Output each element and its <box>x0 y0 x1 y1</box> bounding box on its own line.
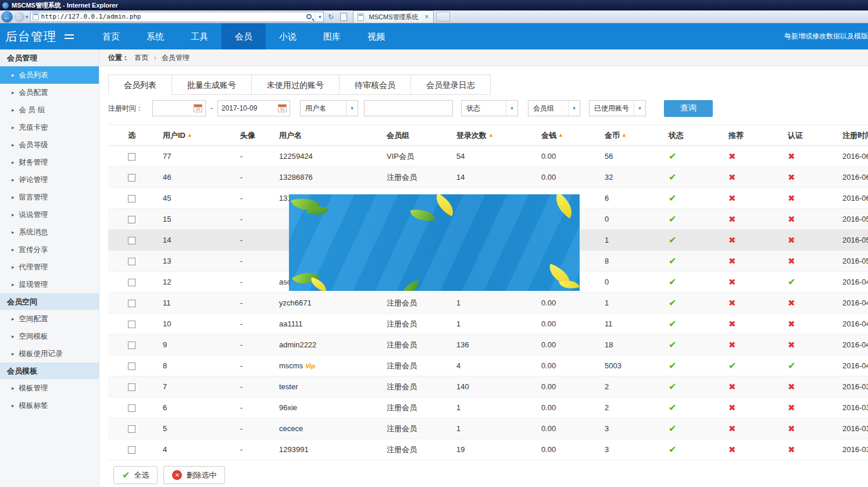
row-checkbox[interactable] <box>128 362 135 370</box>
sidebar-item-空间配置[interactable]: ▸空间配置 <box>0 310 99 328</box>
date-from-input[interactable]: 31 <box>152 100 206 116</box>
tab-待审核会员[interactable]: 待审核会员 <box>339 74 411 95</box>
green-check-icon[interactable]: ✔ <box>669 403 676 413</box>
sidebar-item-评论管理[interactable]: ▸评论管理 <box>0 171 99 189</box>
green-check-icon[interactable]: ✔ <box>669 340 676 350</box>
row-checkbox[interactable] <box>128 321 135 328</box>
red-cross-icon[interactable]: ✖ <box>788 319 795 329</box>
row-checkbox[interactable] <box>128 279 135 286</box>
red-cross-icon[interactable]: ✖ <box>728 403 736 413</box>
red-cross-icon[interactable]: ✖ <box>788 424 795 433</box>
field-select[interactable]: 用户名 ▾ <box>300 100 358 116</box>
green-check-icon[interactable]: ✔ <box>728 361 736 371</box>
sidebar-item-代理管理[interactable]: ▸代理管理 <box>0 258 99 276</box>
red-cross-icon[interactable]: ✖ <box>788 382 795 392</box>
row-checkbox[interactable] <box>128 446 135 454</box>
red-cross-icon[interactable]: ✖ <box>788 214 795 224</box>
sidebar-item-模板使用记录[interactable]: ▸模板使用记录 <box>0 345 99 362</box>
green-check-icon[interactable]: ✔ <box>669 214 676 224</box>
keyword-input[interactable] <box>364 100 453 116</box>
calendar-icon[interactable]: 31 <box>194 104 202 112</box>
group-select[interactable]: 会员组 ▾ <box>528 100 580 116</box>
sidebar-item-宣传分享[interactable]: ▸宣传分享 <box>0 241 99 258</box>
green-check-icon[interactable]: ✔ <box>788 277 795 287</box>
nav-item-视频[interactable]: 视频 <box>354 23 398 49</box>
column-header[interactable]: 金钱▲ <box>533 125 596 146</box>
green-check-icon[interactable]: ✔ <box>669 172 676 182</box>
red-cross-icon[interactable]: ✖ <box>728 382 736 392</box>
green-check-icon[interactable]: ✔ <box>669 424 676 433</box>
green-check-icon[interactable]: ✔ <box>669 382 676 392</box>
address-dropdown-icon[interactable]: ▾ <box>315 14 322 20</box>
tab-会员登录日志[interactable]: 会员登录日志 <box>410 74 491 95</box>
sort-asc-icon[interactable]: ▲ <box>488 132 494 138</box>
nav-item-首页[interactable]: 首页 <box>89 23 133 49</box>
new-tab-button[interactable] <box>436 12 450 22</box>
delete-selected-button[interactable]: ✕ 删除选中 <box>163 466 225 484</box>
row-checkbox[interactable] <box>128 258 135 265</box>
back-button[interactable]: ← <box>1 11 13 23</box>
red-cross-icon[interactable]: ✖ <box>788 172 795 182</box>
sidebar-item-留言管理[interactable]: ▸留言管理 <box>0 189 99 206</box>
sidebar-item-会 员 组[interactable]: ▸会 员 组 <box>0 101 99 119</box>
row-checkbox[interactable] <box>128 342 135 349</box>
green-check-icon[interactable]: ✔ <box>669 277 676 287</box>
status-select[interactable]: 状态 ▾ <box>461 100 518 116</box>
nav-item-会员[interactable]: 会员 <box>222 23 266 49</box>
green-check-icon[interactable]: ✔ <box>669 298 676 308</box>
red-cross-icon[interactable]: ✖ <box>728 298 736 308</box>
history-dropdown-icon[interactable]: ▾ <box>26 14 28 20</box>
select-all-button[interactable]: ✔ 全选 <box>113 466 158 484</box>
row-checkbox[interactable] <box>128 174 135 182</box>
menu-toggle-icon[interactable] <box>65 34 74 39</box>
forward-button[interactable]: → <box>14 12 24 22</box>
red-cross-icon[interactable]: ✖ <box>788 193 795 203</box>
red-cross-icon[interactable]: ✖ <box>728 172 736 182</box>
sidebar-item-会员列表[interactable]: ▸会员列表 <box>0 66 99 84</box>
nav-item-工具[interactable]: 工具 <box>177 23 222 49</box>
green-check-icon[interactable]: ✔ <box>669 319 676 329</box>
breadcrumb-home-link[interactable]: 首页 <box>134 54 148 62</box>
address-bar[interactable]: http://127.0.0.1/admin.php ▾ <box>30 12 324 22</box>
red-cross-icon[interactable]: ✖ <box>728 340 736 350</box>
red-cross-icon[interactable]: ✖ <box>788 403 795 413</box>
sidebar-item-会员配置[interactable]: ▸会员配置 <box>0 84 99 101</box>
column-header[interactable]: 用户ID▲ <box>155 125 232 146</box>
red-cross-icon[interactable]: ✖ <box>788 235 795 245</box>
red-cross-icon[interactable]: ✖ <box>728 193 736 203</box>
sidebar-item-说说管理[interactable]: ▸说说管理 <box>0 206 99 223</box>
sidebar-item-模板标签[interactable]: ▸模板标签 <box>0 397 99 414</box>
row-checkbox[interactable] <box>128 425 135 433</box>
column-header[interactable]: 金币▲ <box>596 125 660 146</box>
red-cross-icon[interactable]: ✖ <box>788 340 795 350</box>
column-header[interactable]: 登录次数▲ <box>448 125 533 146</box>
red-cross-icon[interactable]: ✖ <box>728 235 736 245</box>
row-checkbox[interactable] <box>128 153 135 161</box>
refresh-button[interactable]: ↻ <box>326 11 337 22</box>
row-checkbox[interactable] <box>128 216 135 223</box>
row-checkbox[interactable] <box>128 383 135 391</box>
red-cross-icon[interactable]: ✖ <box>728 256 736 266</box>
sidebar-item-系统消息[interactable]: ▸系统消息 <box>0 223 99 241</box>
sort-asc-icon[interactable]: ▲ <box>621 132 627 138</box>
green-check-icon[interactable]: ✔ <box>669 445 676 454</box>
sidebar-item-会员等级[interactable]: ▸会员等级 <box>0 136 99 154</box>
search-icon[interactable] <box>306 14 312 19</box>
row-checkbox[interactable] <box>128 404 135 412</box>
nav-item-小说[interactable]: 小说 <box>266 23 310 49</box>
green-check-icon[interactable]: ✔ <box>669 361 676 371</box>
red-cross-icon[interactable]: ✖ <box>728 214 736 224</box>
date-to-input[interactable]: 2017-10-09 31 <box>217 100 290 116</box>
calendar-icon[interactable]: 31 <box>278 104 287 112</box>
red-cross-icon[interactable]: ✖ <box>728 424 736 433</box>
row-checkbox[interactable] <box>128 195 135 202</box>
green-check-icon[interactable]: ✔ <box>669 235 676 245</box>
sidebar-item-财务管理[interactable]: ▸财务管理 <box>0 154 99 171</box>
red-cross-icon[interactable]: ✖ <box>788 298 795 308</box>
green-check-icon[interactable]: ✔ <box>788 361 795 371</box>
tab-close-icon[interactable]: × <box>421 13 428 21</box>
compatibility-view-button[interactable] <box>338 11 349 22</box>
sidebar-item-空间模板[interactable]: ▸空间模板 <box>0 328 99 345</box>
search-button[interactable]: 查询 <box>664 100 713 117</box>
sort-asc-icon[interactable]: ▲ <box>558 132 563 138</box>
